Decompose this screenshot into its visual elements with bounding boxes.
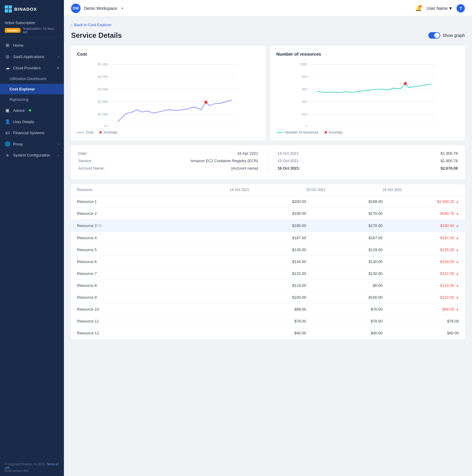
update-badge[interactable]: Update xyxy=(5,28,21,33)
resource-col3: $135.00 ▲ xyxy=(383,248,459,252)
logo: BINADOX xyxy=(0,0,64,18)
cost-chart-svg: $5 000 $4 000 $3 000 $2 000 $1 000 $0 25… xyxy=(77,61,260,127)
table-row: Resource 8 $119.00 $0.00 $119.00 ▲ xyxy=(71,280,465,292)
help-button[interactable]: ? xyxy=(457,4,465,12)
table-row: Resource 10 $98.00 $76.00 $98.00 ▲ xyxy=(71,303,465,315)
main-area: DW Demo Workspace ▾ 🔔 User Name ▾ ? ‹ Ba… xyxy=(64,0,472,476)
subscription-days: Subscription: 15 days left xyxy=(23,27,59,34)
svg-text:0: 0 xyxy=(305,125,307,127)
resources-anomaly-legend-item: Anomaly xyxy=(325,130,343,134)
resource-col3: $1,300.25 ▲ xyxy=(383,199,459,204)
cost-legend-item: Cost xyxy=(77,130,93,134)
cloud-icon: ☁ xyxy=(5,65,10,71)
show-graph-control: Show graph xyxy=(428,32,465,39)
table-header-16oct: 16 Oct 2021 xyxy=(383,188,459,192)
sidebar-item-proxy[interactable]: 🌐 Proxy › xyxy=(0,138,64,150)
toggle-knob xyxy=(434,33,440,38)
sidebar-item-advice[interactable]: ▣ Advice xyxy=(0,105,64,116)
arrow-up-icon: ▲ xyxy=(456,272,459,275)
svg-text:200: 200 xyxy=(302,112,307,116)
resource-col1: $190.00 xyxy=(230,211,306,216)
resource-col1: $98.00 xyxy=(230,307,306,311)
resource-col1: $100.00 xyxy=(230,295,306,300)
sysconfig-icon: ≡ xyxy=(5,153,10,158)
topbar-right: 🔔 User Name ▾ ? xyxy=(415,4,465,12)
sidebar-item-financial[interactable]: 🏷 Financial Systems xyxy=(0,127,64,138)
resource-name: Resource 11 xyxy=(77,319,230,323)
resource-col3: $40.00 xyxy=(383,331,459,335)
chevron-right-icon: › xyxy=(58,154,59,157)
resource-col1: $119.00 xyxy=(230,283,306,288)
table-header-14oct: 14 Oct 2021 xyxy=(230,188,306,192)
resource-col1: $190.00 xyxy=(230,223,306,228)
resource-col2: $130.00 xyxy=(306,259,383,264)
resource-col1: $40.00 xyxy=(230,331,306,335)
sidebar-item-rightsizing[interactable]: Rightsizing xyxy=(0,94,64,105)
anomaly-legend-item: Anomaly xyxy=(99,130,117,134)
svg-text:1000: 1000 xyxy=(300,62,307,66)
page-header: Service Details Show graph xyxy=(71,31,465,40)
arrow-up-icon: ▲ xyxy=(456,212,459,215)
advice-icon: ▣ xyxy=(5,108,10,113)
resources-chart-area: 1000 800 600 400 200 0 25 Sep 2 Oct 9 Oc… xyxy=(276,61,459,127)
resource-col2: $167.00 xyxy=(306,236,383,240)
resource-col3: $78.00 xyxy=(383,319,459,323)
sidebar-item-userdetails[interactable]: 👤 User Details xyxy=(0,116,64,127)
resource-col2: $100.00 xyxy=(306,295,383,300)
cost-chart-title: Cost xyxy=(77,51,260,57)
sidebar-item-label: Rightsizing xyxy=(10,97,29,102)
resource-col3: $134.00 ▲ xyxy=(383,259,459,264)
resource-name: Resource 7 xyxy=(77,271,230,276)
date-value: 16 Apr 2021 xyxy=(237,151,258,156)
resource-col3: $190.00 ▲ xyxy=(383,223,459,228)
sidebar-item-label: User Details xyxy=(13,120,34,124)
sidebar-item-saas[interactable]: ◎ SaaS Applications › xyxy=(0,51,64,62)
table-header-row: Resource 14 Oct 2021 15 Oct 2021 16 Oct … xyxy=(71,184,465,196)
table-row: Resource 11 $78.00 $78.00 $78.00 xyxy=(71,315,465,327)
sidebar-item-costexplorer[interactable]: Cost Explorer xyxy=(0,84,64,94)
svg-text:$0: $0 xyxy=(104,125,108,127)
service-label: Service: xyxy=(78,159,92,163)
svg-text:600: 600 xyxy=(302,87,307,91)
sidebar-item-label: Cost Explorer xyxy=(10,87,35,91)
resource-name: Resource 6 xyxy=(77,259,230,264)
service-value: Amazon EC2 Container Registry (ECR) xyxy=(191,159,258,163)
resource-col3: $122.00 ▲ xyxy=(383,295,459,300)
user-menu[interactable]: User Name ▾ xyxy=(427,5,452,11)
svg-text:800: 800 xyxy=(302,75,307,79)
service-info: Service: Amazon EC2 Container Registry (… xyxy=(78,159,258,163)
copy-icon[interactable]: ⧉ xyxy=(98,223,101,228)
resource-name: Resource 12 xyxy=(77,331,230,335)
back-to-cost-explorer-link[interactable]: ‹ Back to Cost Explorer xyxy=(71,23,465,27)
resource-name: Resource 4 xyxy=(77,236,230,240)
workspace-chevron-icon[interactable]: ▾ xyxy=(121,6,123,10)
resource-col3: $290.76 ▲ xyxy=(383,211,459,216)
sidebar-item-home[interactable]: ⊞ Home xyxy=(0,40,64,51)
copyright-text: © Copyright Binadox, Inc 2021. xyxy=(5,463,46,466)
svg-text:$4 000: $4 000 xyxy=(98,75,108,79)
info-right: 14 Oct 2021: $1,900.78 15 Oct 2021: $1,9… xyxy=(268,151,458,173)
account-value: [Account name] xyxy=(231,166,258,170)
svg-text:$1 000: $1 000 xyxy=(98,112,108,116)
show-graph-toggle[interactable] xyxy=(428,32,440,39)
svg-text:400: 400 xyxy=(302,100,307,104)
show-graph-label: Show graph xyxy=(443,33,465,38)
sidebar-item-cloud[interactable]: ☁ Cloud Providers ∨ xyxy=(0,62,64,73)
notifications-bell[interactable]: 🔔 xyxy=(415,5,422,12)
resource-col3: $187.00 ▲ xyxy=(383,236,459,240)
charts-row: Cost $5 000 $4 000 $3 000 $2 xyxy=(71,46,465,140)
sidebar-item-sysconfig[interactable]: ≡ System Configuration › xyxy=(0,150,64,161)
subscription-title: Active Subscription xyxy=(5,21,59,25)
date1-info: 14 Oct 2021: $1,900.78 xyxy=(278,151,458,156)
resources-anomaly-legend-label: Anomaly xyxy=(329,130,343,134)
cost-legend-label: Cost xyxy=(86,130,93,134)
table-header-resource: Resource xyxy=(77,188,230,192)
resource-col2: $198.00 xyxy=(306,199,383,204)
resource-name: Resource 8 xyxy=(77,283,230,288)
table-row: Resource 4 $187.00 $167.00 $187.00 ▲ xyxy=(71,232,465,244)
notification-dot xyxy=(419,5,422,7)
resources-chart-title: Number of resources xyxy=(276,51,459,57)
resource-col3: $132.00 ▲ xyxy=(383,271,459,276)
sidebar-item-utilisation[interactable]: Utilisation Dashboard xyxy=(0,73,64,84)
nav-section: ⊞ Home ◎ SaaS Applications › ☁ Cloud Pro… xyxy=(0,37,64,459)
